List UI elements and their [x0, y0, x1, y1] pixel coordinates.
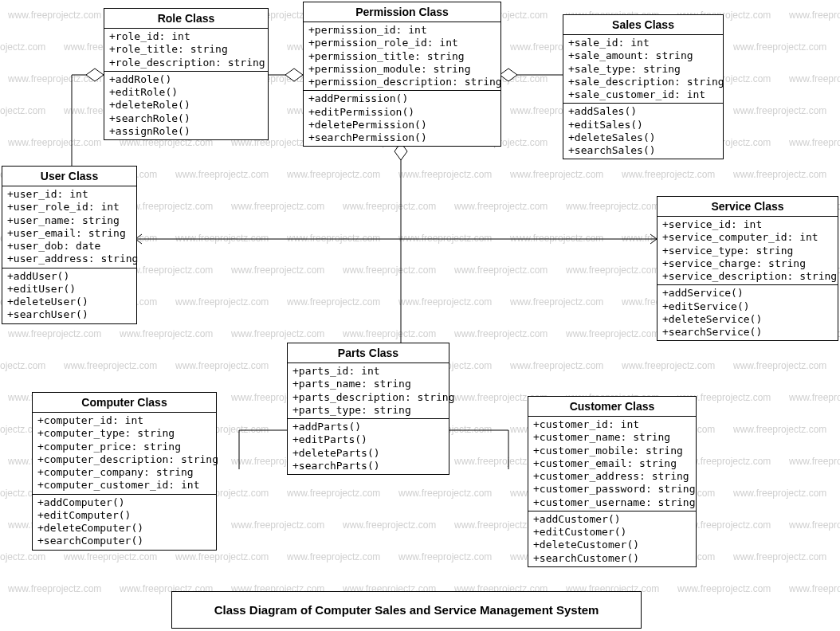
- caption-text: Class Diagram of Computer Sales and Serv…: [214, 603, 599, 617]
- watermark-text: www.freeprojectz.com: [622, 360, 715, 371]
- class-role: Role Class +role_id: int +role_title: st…: [104, 8, 269, 140]
- watermark-text: www.freeprojectz.com: [64, 551, 157, 562]
- class-customer-title: Customer Class: [528, 397, 696, 417]
- class-role-title: Role Class: [104, 9, 268, 29]
- watermark-text: www.freeprojectz.com: [287, 233, 380, 244]
- watermark-text: www.freeprojectz.com: [454, 265, 548, 276]
- watermark-text: www.freeprojectz.com: [789, 137, 840, 148]
- watermark-text: www.freeprojectz.com: [231, 201, 324, 212]
- class-sales-title: Sales Class: [563, 15, 723, 35]
- watermark-text: www.freeprojectz.com: [0, 360, 45, 371]
- class-customer: Customer Class +customer_id: int +custom…: [528, 396, 697, 567]
- class-parts-title: Parts Class: [288, 343, 449, 363]
- class-user: User Class +user_id: int +user_role_id: …: [2, 166, 137, 324]
- class-computer-title: Computer Class: [33, 393, 216, 413]
- watermark-text: www.freeprojectz.com: [175, 169, 269, 180]
- watermark-text: www.freeprojectz.com: [454, 328, 548, 339]
- watermark-text: www.freeprojectz.com: [566, 265, 659, 276]
- class-parts-attrs: +parts_id: int +parts_name: string +part…: [288, 363, 449, 419]
- class-sales-methods: +addSales() +editSales() +deleteSales() …: [563, 104, 723, 159]
- watermark-text: www.freeprojectz.com: [454, 201, 548, 212]
- class-permission: Permission Class +permission_id: int +pe…: [303, 2, 501, 147]
- watermark-text: www.freeprojectz.com: [789, 456, 840, 467]
- watermark-text: www.freeprojectz.com: [175, 233, 269, 244]
- class-service: Service Class +service_id: int +service_…: [657, 196, 838, 341]
- watermark-text: www.freeprojectz.com: [287, 488, 380, 499]
- class-permission-attrs: +permission_id: int +permission_role_id:…: [304, 22, 500, 91]
- watermark-text: www.freeprojectz.com: [398, 169, 492, 180]
- class-computer-methods: +addComputer() +editComputer() +deleteCo…: [33, 495, 216, 550]
- class-permission-methods: +addPermission() +editPermission() +dele…: [304, 91, 500, 146]
- watermark-text: www.freeprojectz.com: [8, 583, 101, 594]
- watermark-text: www.freeprojectz.com: [231, 328, 324, 339]
- watermark-text: www.freeprojectz.com: [789, 10, 840, 21]
- watermark-text: www.freeprojectz.com: [175, 551, 269, 562]
- watermark-text: www.freeprojectz.com: [175, 296, 269, 308]
- watermark-text: www.freeprojectz.com: [398, 488, 492, 499]
- watermark-text: www.freeprojectz.com: [733, 488, 826, 499]
- watermark-text: www.freeprojectz.com: [398, 233, 492, 244]
- watermark-text: www.freeprojectz.com: [510, 169, 603, 180]
- svg-marker-0: [86, 69, 104, 81]
- class-customer-attrs: +customer_id: int +customer_name: string…: [528, 417, 696, 511]
- watermark-text: www.freeprojectz.com: [64, 360, 157, 371]
- diagram-caption: Class Diagram of Computer Sales and Serv…: [171, 591, 642, 629]
- watermark-text: www.freeprojectz.com: [622, 169, 715, 180]
- watermark-text: www.freeprojectz.com: [343, 328, 436, 339]
- watermark-text: www.freeprojectz.com: [398, 551, 492, 562]
- class-service-title: Service Class: [657, 197, 838, 217]
- watermark-text: www.freeprojectz.com: [789, 519, 840, 531]
- watermark-text: www.freeprojectz.com: [8, 137, 101, 148]
- class-service-attrs: +service_id: int +service_computer_id: i…: [657, 217, 838, 285]
- class-user-title: User Class: [2, 167, 136, 186]
- watermark-text: www.freeprojectz.com: [175, 360, 269, 371]
- watermark-text: www.freeprojectz.com: [120, 328, 213, 339]
- watermark-text: www.freeprojectz.com: [343, 519, 436, 531]
- watermark-text: www.freeprojectz.com: [733, 41, 826, 53]
- class-user-methods: +addUser() +editUser() +deleteUser() +se…: [2, 268, 136, 323]
- class-user-attrs: +user_id: int +user_role_id: int +user_n…: [2, 186, 136, 268]
- watermark-text: www.freeprojectz.com: [287, 169, 380, 180]
- svg-marker-1: [285, 69, 303, 81]
- class-parts-methods: +addParts() +editParts() +deleteParts() …: [288, 419, 449, 474]
- watermark-text: www.freeprojectz.com: [231, 519, 324, 531]
- class-sales-attrs: +sale_id: int +sale_amount: string +sale…: [563, 35, 723, 104]
- class-role-attrs: +role_id: int +role_title: string +role_…: [104, 29, 268, 72]
- watermark-text: www.freeprojectz.com: [566, 201, 659, 212]
- class-customer-methods: +addCustomer() +editCustomer() +deleteCu…: [528, 511, 696, 566]
- watermark-text: www.freeprojectz.com: [398, 296, 492, 308]
- watermark-text: www.freeprojectz.com: [343, 201, 436, 212]
- watermark-text: www.freeprojectz.com: [510, 360, 603, 371]
- class-role-methods: +addRole() +editRole() +deleteRole() +se…: [104, 72, 268, 139]
- watermark-text: www.freeprojectz.com: [789, 583, 840, 594]
- watermark-text: www.freeprojectz.com: [343, 265, 436, 276]
- class-computer-attrs: +computer_id: int +computer_type: string…: [33, 413, 216, 495]
- watermark-text: www.freeprojectz.com: [677, 583, 771, 594]
- watermark-text: www.freeprojectz.com: [0, 105, 45, 116]
- watermark-text: www.freeprojectz.com: [287, 551, 380, 562]
- watermark-text: www.freeprojectz.com: [733, 105, 826, 116]
- class-computer: Computer Class +computer_id: int +comput…: [32, 392, 217, 551]
- class-permission-title: Permission Class: [304, 2, 500, 22]
- watermark-text: www.freeprojectz.com: [733, 424, 826, 435]
- watermark-text: www.freeprojectz.com: [733, 360, 826, 371]
- watermark-text: www.freeprojectz.com: [287, 296, 380, 308]
- watermark-text: www.freeprojectz.com: [789, 73, 840, 84]
- watermark-text: www.freeprojectz.com: [8, 328, 101, 339]
- watermark-text: www.freeprojectz.com: [510, 233, 603, 244]
- watermark-text: www.freeprojectz.com: [566, 328, 659, 339]
- svg-marker-2: [500, 69, 517, 81]
- watermark-text: www.freeprojectz.com: [8, 73, 101, 84]
- watermark-text: www.freeprojectz.com: [0, 551, 45, 562]
- class-service-methods: +addService() +editService() +deleteServ…: [657, 285, 838, 340]
- watermark-text: www.freeprojectz.com: [789, 392, 840, 403]
- watermark-text: www.freeprojectz.com: [8, 10, 101, 21]
- watermark-text: www.freeprojectz.com: [510, 296, 603, 308]
- watermark-text: www.freeprojectz.com: [733, 169, 826, 180]
- watermark-text: www.freeprojectz.com: [733, 551, 826, 562]
- class-sales: Sales Class +sale_id: int +sale_amount: …: [563, 14, 724, 159]
- watermark-text: www.freeprojectz.com: [231, 265, 324, 276]
- watermark-text: www.freeprojectz.com: [0, 41, 45, 53]
- class-parts: Parts Class +parts_id: int +parts_name: …: [287, 343, 449, 475]
